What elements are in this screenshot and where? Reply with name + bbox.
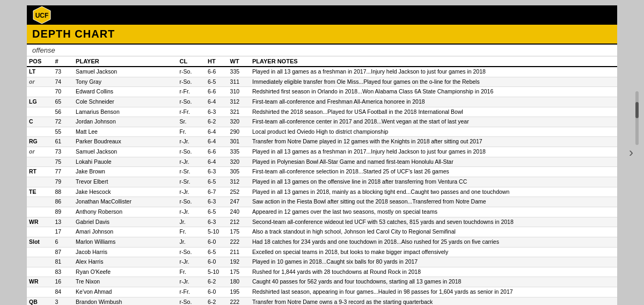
cl-cell: Fr. [178,127,206,137]
table-row: 75 Lokahi Pauole r-Jr. 6-4 320 Played in… [27,157,617,167]
table-body: LT 73 Samuel Jackson r-So. 6-6 335 Playe… [27,67,617,305]
cl-cell: r-So. [178,297,206,305]
pos-cell: WR [27,217,53,227]
num-cell: 17 [53,227,74,237]
pos-cell: RT [27,167,53,177]
col-notes: PLAYER NOTES [250,56,617,67]
right-arrow[interactable]: › [629,145,633,160]
ht-cell: 6-3 [206,167,228,177]
pos-cell: C [27,117,53,127]
player-cell: Trevor Elbert [74,177,178,187]
notes-cell: Played in all 13 games as a freshman in … [250,147,617,157]
cl-cell: r-So. [178,197,206,207]
notes-cell: Played in Polynesian Bowl All-Star Game … [250,157,617,167]
cl-cell: r-Sr. [178,177,206,187]
wt-cell: 252 [228,187,250,197]
col-num: # [53,56,74,67]
pos-cell: WR [27,277,53,287]
pos-cell: TE [27,187,53,197]
table-row: TE 88 Jake Hescock r-Jr. 6-7 252 Played … [27,187,617,197]
player-cell: Samuel Jackson [74,67,178,77]
num-cell: 16 [53,277,74,287]
table-row: LG 65 Cole Schneider r-So. 6-4 312 First… [27,97,617,107]
pos-cell: or [27,147,53,157]
notes-cell: Played in all 13 games as a freshman in … [250,67,617,77]
ht-cell: 6-5 [206,177,228,187]
num-cell: 84 [53,287,74,297]
depth-chart-title: DEPTH CHART [32,28,115,40]
notes-cell: Appeared in 12 games over the last two s… [250,207,617,217]
wt-cell: 222 [228,297,250,305]
wt-cell: 311 [228,77,250,87]
wt-cell: 321 [228,107,250,117]
table-row: Slot 6 Marlon Williams Jr. 6-0 222 Had 1… [27,237,617,247]
depth-chart-table-container: POS # PLAYER CL HT WT PLAYER NOTES LT 73… [27,56,617,305]
scroll-thumb[interactable] [635,102,639,118]
num-cell: 73 [53,67,74,77]
player-cell: Samuel Jackson [74,147,178,157]
player-cell: Gabriel Davis [74,217,178,227]
notes-cell: Rushed for 1,844 yards with 28 touchdown… [250,267,617,277]
table-row: 55 Matt Lee Fr. 6-4 290 Local product le… [27,127,617,137]
wt-cell: 240 [228,207,250,217]
cl-cell: r-So. [178,247,206,257]
player-cell: Edward Collins [74,87,178,97]
pos-cell: or [27,77,53,87]
ht-cell: 6-6 [206,147,228,157]
ht-cell: 6-2 [206,117,228,127]
table-row: RT 77 Jake Brown r-Sr. 6-3 305 First-tea… [27,167,617,177]
ht-cell: 6-2 [206,277,228,287]
cl-cell: r-Fr. [178,107,206,117]
num-cell: 79 [53,177,74,187]
depth-chart-table: POS # PLAYER CL HT WT PLAYER NOTES LT 73… [27,56,617,305]
notes-cell: Also a track standout in high school, Jo… [250,227,617,237]
cl-cell: r-So. [178,97,206,107]
wt-cell: 180 [228,277,250,287]
svg-text:UCF: UCF [35,12,49,19]
notes-cell: Second-team all-conference wideout led U… [250,217,617,227]
num-cell: 77 [53,167,74,177]
player-cell: Jonathan MacCollister [74,197,178,207]
notes-cell: Redshirted last season, appearing in fou… [250,287,617,297]
player-cell: Parker Boudreaux [74,137,178,147]
table-row: 70 Edward Collins r-Fr. 6-6 310 Redshirt… [27,87,617,97]
pos-cell [27,87,53,97]
wt-cell: 305 [228,167,250,177]
scroll-bar[interactable] [635,91,639,145]
wt-cell: 175 [228,227,250,237]
pos-cell [27,257,53,267]
notes-cell: Redshirted the 2018 season...Played for … [250,107,617,117]
num-cell: 81 [53,257,74,267]
cl-cell: r-Sr. [178,167,206,177]
num-cell: 89 [53,207,74,217]
wt-cell: 301 [228,137,250,147]
cl-cell: r-Fr. [178,87,206,97]
notes-cell: Immediately eligible transfer from Ole M… [250,77,617,87]
player-cell: Jake Hescock [74,187,178,197]
wt-cell: 312 [228,177,250,187]
cl-cell: r-So. [178,77,206,87]
cl-cell: Jr. [178,217,206,227]
player-cell: Tre Nixon [74,277,178,287]
notes-cell: Played in 10 games in 2018...Caught six … [250,257,617,267]
player-cell: Jacob Harris [74,247,178,257]
ht-cell: 6-7 [206,187,228,197]
wt-cell: 312 [228,97,250,107]
num-cell: 74 [53,77,74,87]
table-row: RG 61 Parker Boudreaux r-Jr. 6-4 301 Tra… [27,137,617,147]
wt-cell: 192 [228,257,250,267]
pos-cell: QB [27,297,53,305]
ht-cell: 6-4 [206,127,228,137]
num-cell: 87 [53,247,74,257]
table-row: LT 73 Samuel Jackson r-So. 6-6 335 Playe… [27,67,617,77]
cl-cell: Jr. [178,237,206,247]
col-wt: WT [228,56,250,67]
ht-cell: 6-6 [206,87,228,97]
wt-cell: 335 [228,147,250,157]
wt-cell: 335 [228,67,250,77]
notes-cell: First-team all-conference selection in 2… [250,167,617,177]
ht-cell: 6-5 [206,247,228,257]
table-row: or 74 Tony Gray r-So. 6-5 311 Immediatel… [27,77,617,87]
cl-cell: Fr. [178,227,206,237]
num-cell: 55 [53,127,74,137]
